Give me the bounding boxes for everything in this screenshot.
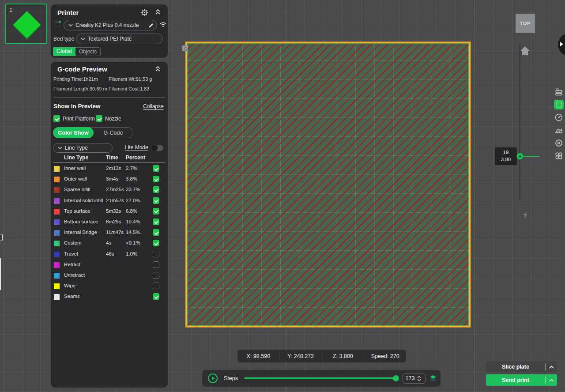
checkbox[interactable] — [53, 115, 60, 122]
slice-plate-button[interactable]: Slice plate — [486, 361, 557, 373]
slice-options-caret[interactable] — [546, 366, 557, 369]
row-label: Bottom surface — [64, 219, 98, 224]
layer-number: 19 — [503, 149, 509, 156]
row-checkbox[interactable] — [153, 283, 159, 289]
table-row: Outer wall3m4s3.8% — [51, 174, 168, 185]
printer-panel: Printer — [51, 4, 168, 58]
terrain-mound-icon[interactable] — [554, 125, 564, 135]
stat-filament-length: Filament Length:30.69 m — [53, 86, 107, 91]
row-checkbox[interactable] — [153, 261, 159, 268]
plate-number: 1 — [9, 7, 12, 13]
table-row: Wipe — [51, 281, 168, 292]
print-platform-toggle[interactable]: Print Platform — [53, 115, 95, 122]
row-checkbox[interactable] — [153, 208, 159, 215]
line-type-table: Inner wall2m13s2.7% Outer wall3m4s3.8% S… — [51, 164, 168, 302]
row-checkbox[interactable] — [153, 197, 159, 204]
row-time: 21m57s — [106, 198, 124, 203]
plate-thumbnail-1[interactable]: 1 — [5, 4, 47, 44]
chevron-up-icon — [549, 379, 554, 382]
printer-name: Creality K2 Plus 0.4 nozzle — [75, 22, 139, 28]
steps-input[interactable] — [403, 375, 417, 381]
viewport-grid[interactable]: 1 Printer — [0, 0, 565, 392]
pencil-icon — [148, 23, 154, 28]
home-icon — [519, 45, 531, 57]
send-print-button[interactable]: Send print — [486, 374, 557, 386]
row-checkbox[interactable] — [153, 229, 159, 236]
row-checkbox[interactable] — [153, 186, 159, 193]
table-row: Top surface5m32s6.8% — [51, 207, 168, 217]
gcode-panel-collapse-button[interactable] — [155, 66, 161, 72]
plus-icon: + — [518, 154, 522, 159]
table-row: Bottom surface8m29s10.4% — [51, 217, 168, 228]
row-time: 27m25s — [106, 187, 124, 192]
send-options-caret[interactable] — [546, 379, 557, 382]
stepper-down-icon[interactable] — [417, 379, 421, 381]
tab-objects[interactable]: Objects — [75, 47, 101, 56]
lite-mode-label: Lite Mode — [125, 144, 148, 151]
stat-filament-cost: Filament Cost:1.83 — [109, 86, 149, 91]
tab-global[interactable]: Global — [53, 47, 75, 56]
printer-network-button[interactable] — [159, 21, 167, 27]
printer-settings-button[interactable] — [141, 9, 148, 16]
view-cube-top[interactable]: TOP — [516, 14, 535, 33]
stepper-up-icon[interactable] — [417, 376, 421, 378]
four-dots-icon[interactable] — [554, 151, 564, 161]
row-checkbox[interactable] — [153, 176, 159, 182]
left-edge-collapsed-widget[interactable] — [0, 234, 3, 241]
help-question-mark[interactable]: ? — [524, 212, 527, 219]
bed-type-dropdown[interactable]: Textured PEI Plate — [76, 34, 163, 44]
line-type-dropdown[interactable]: Line Type — [53, 143, 113, 153]
row-label: Retract — [64, 262, 80, 267]
play-icon — [212, 377, 215, 380]
edit-printer-button[interactable] — [145, 20, 157, 30]
steps-slider[interactable] — [244, 377, 398, 379]
dial-gear-icon[interactable] — [554, 138, 564, 148]
row-checkbox[interactable] — [153, 240, 159, 246]
print-object-preview[interactable] — [185, 41, 471, 328]
col-header-time: Time — [106, 155, 118, 161]
object-corner-handle-icon[interactable] — [182, 45, 188, 51]
stacked-bars-icon[interactable] — [554, 87, 564, 97]
layer-slider-handle[interactable]: + — [516, 153, 524, 160]
checkbox[interactable] — [96, 115, 102, 122]
gcode-button[interactable]: G-Code — [94, 128, 133, 138]
row-label: Sparse infill — [64, 187, 90, 192]
layers-stack-icon[interactable] — [426, 374, 441, 382]
switch-knob — [151, 144, 158, 151]
printer-select-dropdown[interactable]: Creality K2 Plus 0.4 nozzle — [64, 20, 157, 30]
color-show-button[interactable]: Color Show — [53, 127, 94, 138]
nozzle-toggle[interactable]: Nozzle — [96, 115, 121, 122]
row-checkbox[interactable] — [153, 272, 159, 279]
color-swatch — [54, 209, 60, 215]
preview-mode-segmented: Color Show G-Code — [53, 127, 133, 138]
steps-slider-knob[interactable] — [393, 375, 399, 381]
speed-gauge-icon[interactable] — [554, 113, 564, 122]
collapse-link[interactable]: Collapse — [143, 103, 164, 109]
stat-filament-weight: Filament Wt:91.53 g — [109, 76, 152, 82]
row-label: Custom — [64, 240, 82, 245]
row-label: Seams — [64, 294, 80, 299]
wifi-icon — [159, 21, 167, 27]
home-view-button[interactable] — [519, 45, 531, 57]
row-label: Inner wall — [64, 166, 86, 171]
printer-panel-collapse-button[interactable] — [155, 9, 161, 15]
print-platform-label: Print Platform — [63, 116, 95, 122]
row-checkbox[interactable] — [153, 219, 159, 225]
table-row: Internal solid infill21m57s27.0% — [51, 196, 168, 207]
row-time: 11m47s — [106, 230, 124, 235]
row-checkbox[interactable] — [153, 165, 159, 172]
play-button[interactable] — [208, 373, 218, 383]
color-swatch — [54, 283, 60, 289]
color-swatch — [54, 187, 60, 193]
steps-stepper[interactable] — [417, 376, 421, 381]
table-row: Internal Bridge11m47s14.5% — [51, 228, 168, 238]
chevron-down-icon — [81, 38, 85, 40]
layer-slider-track[interactable] — [519, 44, 520, 200]
gcode-preview-panel: G-code Preview Printing Time:1h21m Filam… — [51, 62, 168, 388]
row-checkbox[interactable] — [153, 293, 159, 300]
row-checkbox[interactable] — [153, 251, 159, 257]
color-swatch — [54, 294, 60, 300]
color-swatch — [54, 198, 60, 204]
lite-mode-switch[interactable] — [151, 145, 163, 151]
dashed-plate-icon-selected[interactable] — [554, 100, 564, 109]
